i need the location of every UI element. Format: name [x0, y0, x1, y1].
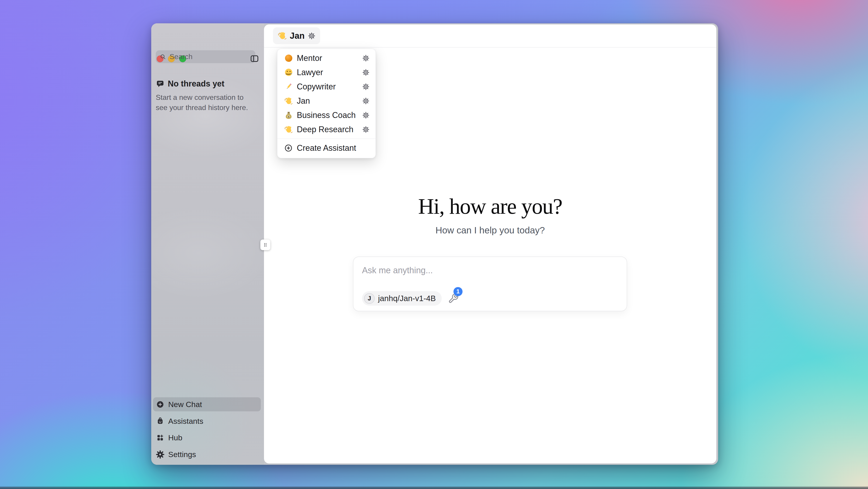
- sidebar-item-assistants[interactable]: Assistants: [153, 414, 261, 428]
- pencil-emoji-icon: [284, 82, 293, 91]
- search-icon: [159, 53, 166, 60]
- hero-greeting: Hi, how are you?: [264, 194, 716, 219]
- empty-state-title: No threads yet: [168, 79, 224, 89]
- sidebar-item-new-chat[interactable]: New Chat: [153, 397, 261, 411]
- assistant-settings-gear-icon[interactable]: [308, 32, 316, 40]
- main-panel: Jan Mentor Lawyer: [264, 25, 716, 463]
- menu-item-copywriter[interactable]: Copywriter: [277, 80, 376, 94]
- grip-dots-icon: [262, 242, 268, 248]
- gear-icon: [362, 126, 370, 133]
- sidebar-item-label: Hub: [168, 433, 182, 442]
- sidebar-nav: New Chat Assistants Hub Settings: [153, 397, 261, 465]
- chat-bubble-icon: [156, 80, 164, 88]
- menu-item-label: Business Coach: [297, 111, 356, 120]
- menu-item-label: Lawyer: [297, 68, 323, 77]
- sidebar-item-hub[interactable]: Hub: [153, 431, 261, 445]
- sidebar-item-label: Settings: [168, 450, 196, 459]
- sidebar-item-label: New Chat: [168, 400, 202, 409]
- empty-state: No threads yet: [156, 79, 224, 89]
- message-input[interactable]: [353, 257, 627, 288]
- assistant-settings-button[interactable]: [362, 97, 370, 105]
- menu-item-label: Copywriter: [297, 82, 336, 91]
- assistant-settings-button[interactable]: [362, 126, 370, 133]
- tools-button[interactable]: 1: [448, 293, 459, 304]
- chat-header: Jan: [264, 25, 716, 48]
- sidebar-item-label: Assistants: [168, 417, 203, 426]
- gear-icon: [362, 69, 370, 76]
- desktop-background: No threads yet Start a new conversation …: [0, 0, 868, 489]
- gear-icon: [362, 54, 370, 62]
- assistant-settings-button[interactable]: [362, 112, 370, 119]
- menu-item-mentor[interactable]: Mentor: [277, 51, 376, 65]
- robot-icon: [156, 417, 164, 425]
- search-input[interactable]: [169, 52, 264, 61]
- menu-item-label: Deep Research: [297, 125, 353, 134]
- model-selector[interactable]: J janhq/Jan-v1-4B: [362, 291, 442, 306]
- gear-icon: [362, 83, 370, 91]
- gear-icon: [362, 97, 370, 105]
- gear-icon: [156, 450, 164, 459]
- create-assistant-label: Create Assistant: [297, 143, 356, 153]
- model-name: janhq/Jan-v1-4B: [378, 294, 436, 303]
- search-box[interactable]: [156, 50, 255, 63]
- menu-item-label: Jan: [297, 96, 310, 106]
- orange-circle-emoji-icon: [284, 54, 293, 63]
- desktop-bottom-edge: [0, 486, 868, 489]
- waving-hand-emoji-icon: [284, 96, 293, 105]
- menu-item-label: Mentor: [297, 54, 322, 63]
- menu-item-lawyer[interactable]: Lawyer: [277, 65, 376, 80]
- sidebar-item-settings[interactable]: Settings: [153, 447, 261, 461]
- assistant-settings-button[interactable]: [362, 54, 370, 62]
- assistant-selector[interactable]: Jan: [273, 27, 320, 44]
- money-bag-emoji-icon: [284, 111, 293, 120]
- menu-item-jan[interactable]: Jan: [277, 94, 376, 108]
- assistant-name: Jan: [290, 31, 305, 41]
- assistant-menu: Mentor Lawyer Copywriter: [277, 49, 376, 158]
- menu-item-deep-research[interactable]: Deep Research: [277, 122, 376, 136]
- sidebar-resize-handle[interactable]: [260, 240, 270, 250]
- tools-count-badge: 1: [454, 287, 463, 296]
- model-avatar: J: [364, 293, 375, 304]
- empty-state-description: Start a new conversation to see your thr…: [156, 92, 257, 113]
- menu-separator: [277, 139, 376, 139]
- assistant-settings-button[interactable]: [362, 83, 370, 91]
- composer: J janhq/Jan-v1-4B 1: [353, 256, 627, 311]
- waving-hand-emoji-icon: [278, 31, 287, 40]
- hero-subtitle: How can I help you today?: [264, 225, 716, 236]
- waving-hand-emoji-icon: [284, 125, 293, 134]
- sidebar: No threads yet Start a new conversation …: [151, 23, 264, 465]
- assistant-settings-button[interactable]: [362, 69, 370, 76]
- menu-item-create-assistant[interactable]: Create Assistant: [277, 141, 376, 155]
- composer-toolbar: J janhq/Jan-v1-4B 1: [362, 291, 459, 306]
- grid-plus-icon: [156, 433, 164, 442]
- app-window: No threads yet Start a new conversation …: [151, 23, 718, 465]
- menu-item-business-coach[interactable]: Business Coach: [277, 108, 376, 122]
- zipper-mouth-emoji-icon: [284, 68, 293, 77]
- gear-icon: [362, 112, 370, 119]
- plus-circle-outline-icon: [284, 144, 293, 152]
- plus-circle-icon: [156, 400, 164, 409]
